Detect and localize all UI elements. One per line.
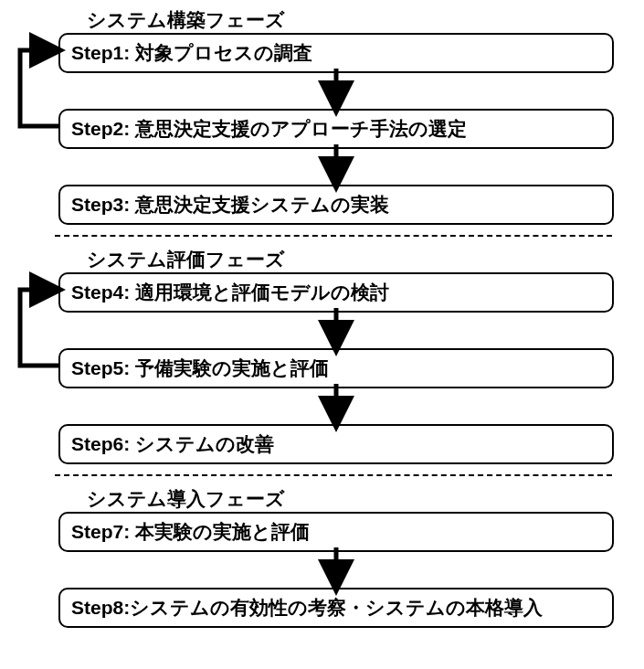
phase-title-2: システム評価フェーズ — [87, 247, 285, 272]
step-box-1: Step1: 対象プロセスの調査 — [58, 33, 614, 73]
flowchart-diagram: システム構築フェーズ Step1: 対象プロセスの調査 Step2: 意思決定支… — [0, 0, 644, 669]
step-box-6: Step6: システムの改善 — [58, 424, 614, 464]
step-box-8: Step8:システムの有効性の考察・システムの本格導入 — [58, 588, 614, 628]
step-box-4: Step4: 適用環境と評価モデルの検討 — [58, 272, 614, 313]
step-box-2: Step2: 意思決定支援のアプローチ手法の選定 — [58, 109, 614, 149]
phase-divider-1 — [55, 235, 612, 237]
flow-arrows — [0, 0, 644, 669]
step-box-7: Step7: 本実験の実施と評価 — [58, 512, 614, 552]
feedback-arrow-s2-s1 — [20, 50, 58, 126]
step-box-3: Step3: 意思決定支援システムの実装 — [58, 185, 614, 225]
phase-title-3: システム導入フェーズ — [87, 486, 285, 512]
phase-divider-2 — [55, 474, 612, 476]
step-box-5: Step5: 予備実験の実施と評価 — [58, 348, 614, 388]
phase-title-1: システム構築フェーズ — [87, 7, 285, 33]
feedback-arrow-s5-s4 — [20, 290, 58, 366]
